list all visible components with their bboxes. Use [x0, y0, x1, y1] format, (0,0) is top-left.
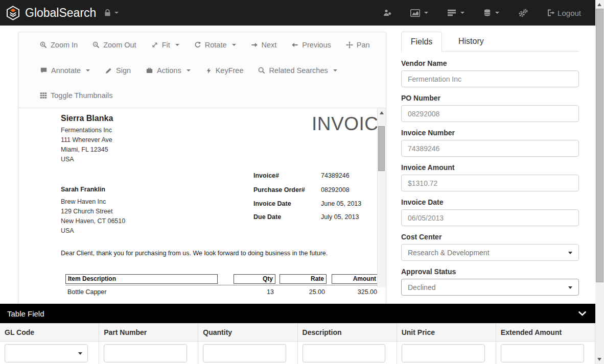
- arrow-right-icon: [251, 41, 258, 48]
- part-number-cell: [99, 342, 198, 364]
- description-input[interactable]: [303, 344, 386, 362]
- sign-button[interactable]: Sign: [105, 66, 131, 75]
- field-label: Invoice Date: [401, 198, 579, 206]
- fit-label: Fit: [162, 41, 170, 49]
- previous-label: Previous: [302, 41, 331, 49]
- top-navbar: GlobalSearch: [0, 0, 595, 26]
- vendor-name-input[interactable]: [401, 70, 579, 87]
- user-settings-menu[interactable]: [383, 9, 391, 17]
- chevron-down-icon: [424, 12, 428, 14]
- zoom-in-button[interactable]: Zoom In: [40, 41, 78, 49]
- invoice-vendor-address: Fermentations Inc 111 Wherever Ave Miami…: [61, 126, 112, 164]
- po-number-input[interactable]: [401, 105, 579, 122]
- field-cost-center: Cost Center Research & Development: [401, 233, 579, 261]
- scroll-down-arrow[interactable]: [597, 358, 601, 361]
- scroll-up-arrow[interactable]: [380, 111, 384, 114]
- logout-label: Logout: [557, 9, 581, 17]
- thumbnails-grid-icon: [40, 92, 47, 99]
- collapse-table-field-button[interactable]: [578, 311, 586, 316]
- logout-icon: [547, 9, 555, 17]
- pan-label: Pan: [357, 41, 370, 49]
- tab-history[interactable]: History: [447, 32, 495, 51]
- chevron-down-icon: [568, 286, 572, 289]
- lock-menu[interactable]: [104, 9, 119, 17]
- scroll-up-arrow[interactable]: [597, 3, 601, 6]
- queues-menu[interactable]: [447, 9, 464, 16]
- approval-status-value: Declined: [408, 283, 435, 292]
- toggle-thumbnails-label: Toggle Thumbnails: [51, 91, 112, 100]
- pan-button[interactable]: Pan: [346, 41, 370, 49]
- chevron-down-icon: [578, 311, 586, 316]
- tab-fields[interactable]: Fields: [401, 32, 442, 52]
- invoice-amount-input[interactable]: [401, 175, 579, 191]
- document-scrollbar-thumb[interactable]: [378, 126, 385, 171]
- rotate-icon: [194, 41, 201, 48]
- previous-page-button[interactable]: Previous: [291, 41, 331, 49]
- meta-value: 74389246: [321, 172, 350, 179]
- search-icon: [258, 67, 265, 74]
- lineitem-header-rate: Rate: [280, 274, 327, 284]
- part-number-input[interactable]: [104, 344, 187, 362]
- keyfree-label: KeyFree: [216, 66, 244, 75]
- zoom-out-button[interactable]: Zoom Out: [92, 41, 136, 49]
- document-scrollbar[interactable]: [377, 108, 386, 287]
- vendor-address-line: Fermentations Inc: [61, 126, 112, 135]
- chevron-down-icon: [86, 69, 90, 71]
- actions-dropdown-button[interactable]: Actions: [146, 66, 191, 75]
- page-scrollbar-thumb[interactable]: [596, 9, 603, 282]
- table-field-title: Table Field: [7, 309, 44, 318]
- briefcase-icon: [146, 67, 153, 74]
- invoice-meta-row: Invoice Date June 05, 2013: [253, 200, 361, 207]
- lineitem-header-qty: Qty: [234, 274, 275, 284]
- field-label: Invoice Number: [401, 129, 579, 137]
- unit-price-input[interactable]: [402, 344, 485, 362]
- quantity-input[interactable]: [203, 344, 286, 362]
- annotate-bubble-icon: [40, 67, 48, 74]
- next-page-button[interactable]: Next: [251, 41, 277, 49]
- admin-settings-menu[interactable]: [518, 9, 528, 17]
- invoice-document-page: Sierra Blanka Fermentations Inc 111 Wher…: [18, 108, 386, 304]
- list-icon: [447, 9, 456, 16]
- meta-label: Invoice Date: [253, 200, 321, 207]
- invoice-meta-row: Invoice# 74389246: [253, 172, 350, 179]
- gl-code-select[interactable]: [5, 344, 88, 362]
- table-field-input-row: [0, 342, 595, 364]
- toggle-thumbnails-button[interactable]: Toggle Thumbnails: [40, 91, 112, 100]
- column-header-extended-amount: Extended Amount: [496, 323, 595, 341]
- lineitem-amount: 325.00: [332, 288, 377, 296]
- meta-value: July 05, 2013: [321, 213, 359, 221]
- column-header-unit-price: Unit Price: [397, 323, 496, 341]
- brand-home-link[interactable]: GlobalSearch: [6, 6, 96, 20]
- lock-icon: [104, 9, 111, 17]
- next-label: Next: [262, 41, 277, 49]
- chevron-down-icon: [460, 12, 464, 14]
- page-scrollbar[interactable]: [595, 0, 604, 364]
- chevron-down-icon: [78, 352, 82, 355]
- dashboards-menu[interactable]: [410, 9, 428, 17]
- unit-price-cell: [397, 342, 496, 364]
- fit-dropdown-button[interactable]: Fit: [151, 41, 179, 49]
- related-searches-dropdown-button[interactable]: Related Searches: [258, 66, 337, 75]
- invoice-date-input[interactable]: [401, 209, 579, 226]
- zoom-out-label: Zoom Out: [103, 41, 136, 49]
- user-gear-icon: [383, 9, 391, 17]
- gears-icon: [518, 9, 528, 17]
- extended-amount-input[interactable]: [501, 344, 584, 362]
- navbar-actions: Logout: [383, 9, 581, 17]
- field-vendor-name: Vendor Name: [401, 59, 579, 87]
- annotate-dropdown-button[interactable]: Annotate: [40, 66, 90, 75]
- invoice-number-input[interactable]: [401, 140, 579, 157]
- chevron-down-icon: [568, 252, 572, 254]
- invoice-billto-name: Sarah Franklin: [61, 186, 105, 193]
- field-invoice-amount: Invoice Amount: [401, 163, 579, 191]
- lineitem-description: Bottle Capper: [67, 288, 106, 296]
- logout-button[interactable]: Logout: [547, 9, 581, 17]
- databases-menu[interactable]: [483, 9, 499, 17]
- meta-label: Invoice#: [253, 172, 321, 179]
- rotate-label: Rotate: [205, 41, 227, 49]
- approval-status-select[interactable]: Declined: [401, 279, 579, 296]
- rotate-dropdown-button[interactable]: Rotate: [194, 41, 236, 49]
- cost-center-select[interactable]: Research & Development: [401, 244, 579, 261]
- keyfree-button[interactable]: KeyFree: [205, 66, 244, 75]
- meta-value: 08292008: [321, 186, 350, 193]
